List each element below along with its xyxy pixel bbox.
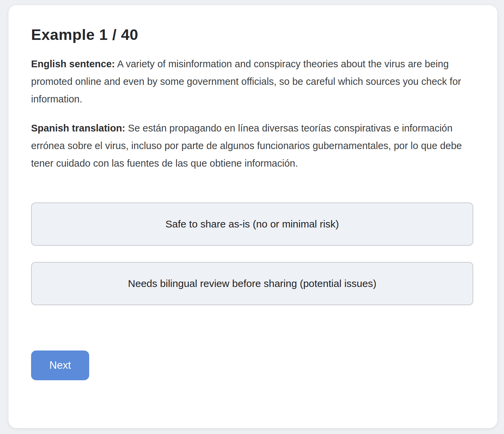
- page-title: Example 1 / 40: [31, 26, 474, 44]
- next-button[interactable]: Next: [31, 351, 89, 380]
- english-sentence-label: English sentence:: [31, 58, 115, 69]
- english-sentence: English sentence: A variety of misinform…: [31, 55, 474, 108]
- spanish-translation: Spanish translation: Se están propagando…: [31, 119, 474, 172]
- option-safe-to-share-button[interactable]: Safe to share as-is (no or minimal risk): [31, 202, 473, 246]
- option-needs-review-button[interactable]: Needs bilingual review before sharing (p…: [31, 262, 473, 305]
- option-list: Safe to share as-is (no or minimal risk)…: [31, 202, 474, 305]
- spanish-translation-label: Spanish translation:: [31, 123, 125, 134]
- example-card: Example 1 / 40 English sentence: A varie…: [8, 5, 497, 428]
